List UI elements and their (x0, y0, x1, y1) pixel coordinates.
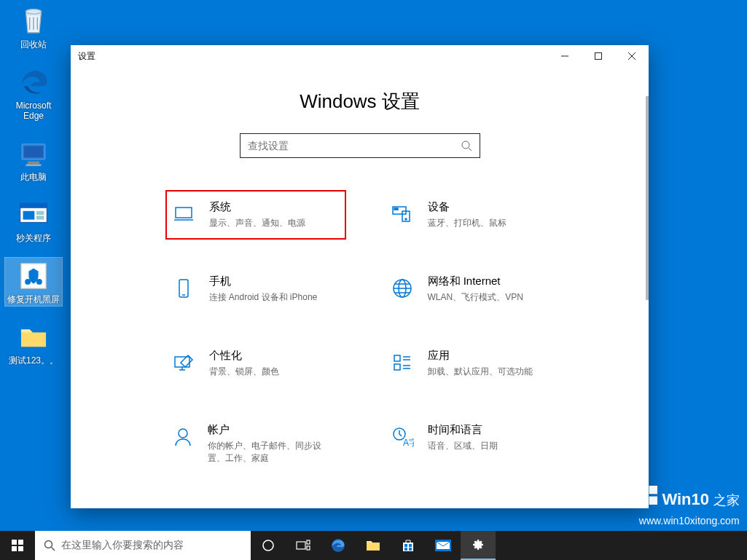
svg-rect-32 (12, 546, 17, 551)
desktop-icon-this-pc[interactable]: 此电脑 (5, 135, 62, 184)
phone-icon (171, 276, 196, 301)
category-desc: 显示、声音、通知、电源 (209, 217, 305, 229)
category-desc: 语音、区域、日期 (428, 440, 498, 452)
desktop-icon-label: 修复开机黑屏 (7, 294, 60, 304)
search-icon (44, 540, 55, 551)
category-apps[interactable]: 应用 卸载、默认应用、可选功能 (386, 344, 553, 382)
svg-rect-13 (595, 53, 602, 60)
svg-rect-38 (307, 546, 310, 550)
svg-rect-26 (394, 364, 400, 370)
window-controls (548, 45, 649, 67)
svg-rect-8 (36, 211, 44, 215)
windows-logo-icon (638, 486, 657, 505)
category-text: 手机 连接 Android 设备和 iPhone (209, 275, 318, 304)
desktop-icon-label: 秒关程序 (16, 233, 51, 243)
minimize-button[interactable] (548, 45, 582, 67)
category-phone[interactable]: 手机 连接 Android 设备和 iPhone (167, 270, 335, 308)
taskbar-search-placeholder: 在这里输入你要搜索的内容 (61, 539, 184, 552)
category-title: 手机 (209, 275, 318, 288)
svg-rect-41 (638, 486, 646, 494)
svg-rect-20 (396, 208, 398, 210)
svg-rect-33 (18, 546, 23, 551)
category-text: 系统 显示、声音、通知、电源 (209, 200, 305, 229)
taskbar-store[interactable] (391, 531, 426, 560)
svg-point-14 (462, 141, 469, 149)
category-text: 时间和语言 语音、区域、日期 (428, 423, 498, 465)
search-box[interactable] (240, 133, 480, 158)
desktop-icon-repair-tool[interactable]: 修复开机黑屏 (5, 258, 62, 306)
svg-rect-7 (23, 211, 35, 220)
category-text: 应用 卸载、默认应用、可选功能 (428, 349, 533, 378)
taskbar-file-explorer[interactable] (356, 531, 391, 560)
start-button[interactable] (0, 531, 35, 560)
search-icon (461, 140, 472, 151)
svg-rect-42 (649, 486, 657, 494)
category-network[interactable]: 网络和 Internet WLAN、飞行模式、VPN (386, 270, 553, 308)
folder-icon (17, 320, 50, 354)
svg-rect-36 (297, 542, 305, 549)
desktop-icon-label: 此电脑 (20, 172, 47, 182)
scrollbar-thumb[interactable] (646, 96, 649, 300)
desktop-icon-label: 测试123。。 (9, 355, 58, 366)
recycle-bin-icon (17, 4, 50, 38)
category-accounts[interactable]: 帐户 你的帐户、电子邮件、同步设置、工作、家庭 (167, 419, 335, 469)
category-title: 时间和语言 (428, 423, 498, 437)
desktop-icon-label: Microsoft Edge (6, 100, 61, 121)
taskbar-mail[interactable] (426, 531, 461, 560)
repair-tool-icon (17, 259, 50, 293)
task-view-button[interactable] (286, 531, 321, 560)
window-title: 设置 (78, 50, 95, 63)
maximize-button[interactable] (582, 45, 615, 67)
category-desc: 背景、锁屏、颜色 (209, 366, 279, 378)
devices-icon (390, 202, 415, 226)
watermark-brand: Win10 (662, 490, 709, 509)
globe-icon (390, 276, 415, 301)
category-desc: 蓝牙、打印机、鼠标 (428, 217, 507, 229)
desktop-icon-recycle-bin[interactable]: 回收站 (5, 3, 62, 51)
category-devices[interactable]: 设备 蓝牙、打印机、鼠标 (386, 196, 553, 234)
svg-point-11 (25, 279, 31, 285)
laptop-icon (171, 202, 196, 226)
close-button[interactable] (615, 45, 649, 67)
svg-point-27 (179, 429, 187, 438)
svg-rect-9 (36, 216, 44, 219)
svg-point-18 (405, 218, 407, 220)
cortana-button[interactable] (251, 531, 286, 560)
shutdown-tool-icon (17, 198, 50, 232)
desktop-icons-column: 回收站 Microsoft Edge 此电脑 秒关程序 修复开机黑屏 (4, 3, 63, 367)
account-icon (171, 425, 195, 449)
settings-window: 设置 Windows 设置 系统 显示、声音、通知、电源 设备 (71, 45, 649, 508)
svg-rect-25 (394, 355, 400, 361)
desktop-icon-shutdown-tool[interactable]: 秒关程序 (5, 197, 62, 245)
svg-rect-30 (12, 540, 17, 545)
category-text: 网络和 Internet WLAN、飞行模式、VPN (428, 275, 523, 304)
taskbar-settings[interactable] (461, 531, 496, 560)
desktop-icon-folder[interactable]: 测试123。。 (5, 319, 62, 367)
watermark-suffix: 之家 (713, 492, 740, 509)
category-desc: 连接 Android 设备和 iPhone (209, 291, 318, 304)
svg-point-0 (26, 9, 42, 15)
taskbar-items (251, 531, 496, 560)
search-input[interactable] (248, 134, 461, 157)
category-personalization[interactable]: 个性化 背景、锁屏、颜色 (167, 344, 335, 382)
category-text: 帐户 你的帐户、电子邮件、同步设置、工作、家庭 (208, 423, 330, 465)
categories-grid: 系统 显示、声音、通知、电源 设备 蓝牙、打印机、鼠标 手机 连接 Androi… (167, 196, 553, 469)
taskbar-search[interactable]: 在这里输入你要搜索的内容 (35, 531, 251, 560)
category-title: 帐户 (208, 423, 330, 437)
category-time-language[interactable]: A字 时间和语言 语音、区域、日期 (386, 419, 553, 469)
scrollbar[interactable] (646, 96, 649, 508)
desktop-icon-edge[interactable]: Microsoft Edge (5, 64, 62, 122)
svg-rect-2 (24, 146, 43, 158)
taskbar: 在这里输入你要搜索的内容 (0, 531, 747, 560)
category-desc: WLAN、飞行模式、VPN (428, 291, 523, 304)
category-system[interactable]: 系统 显示、声音、通知、电源 (165, 190, 346, 240)
category-text: 设备 蓝牙、打印机、鼠标 (428, 200, 507, 229)
titlebar[interactable]: 设置 (71, 45, 649, 67)
desktop-icon-label: 回收站 (20, 39, 47, 50)
edge-icon (17, 66, 50, 99)
svg-rect-4 (26, 164, 42, 166)
svg-rect-37 (307, 540, 310, 544)
svg-point-12 (36, 279, 42, 285)
watermark-url: www.win10xitong.com (639, 515, 740, 527)
taskbar-edge[interactable] (321, 531, 356, 560)
